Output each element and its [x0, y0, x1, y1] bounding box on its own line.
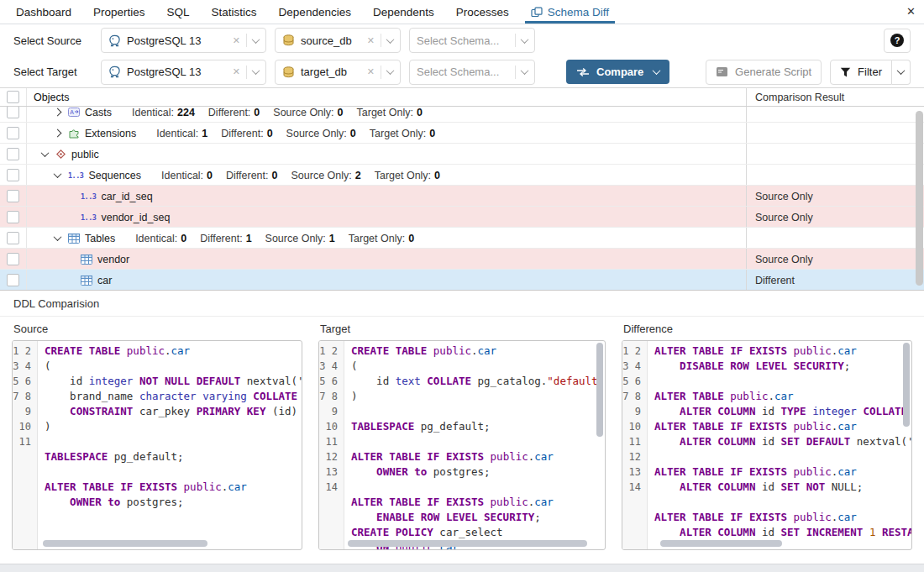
chevron-down-icon[interactable] — [54, 233, 62, 241]
help-icon: ? — [890, 34, 904, 47]
table-row-Extensions[interactable]: ExtensionsIdentical:1Different:0Source O… — [0, 123, 924, 144]
table-icon — [81, 276, 92, 286]
tab-dashboard[interactable]: Dashboard — [5, 0, 82, 24]
comparison-result-column-header[interactable]: Comparison Result — [746, 88, 913, 106]
tab-properties[interactable]: Properties — [82, 0, 156, 24]
source-schema-select[interactable]: Select Schema... — [409, 28, 535, 53]
object-label: public — [71, 149, 99, 160]
source-server-select[interactable]: PostgreSQL 13 ✕ — [101, 28, 266, 53]
table-row-Sequences[interactable]: 1..3SequencesIdentical:0Different:0Sourc… — [0, 165, 924, 186]
window-horizontal-scrollbar[interactable] — [0, 564, 924, 572]
tab-label: Properties — [93, 6, 145, 18]
database-icon — [282, 34, 295, 46]
horizontal-scrollbar-thumb[interactable] — [43, 540, 207, 547]
clear-icon[interactable]: ✕ — [367, 66, 375, 77]
chevron-down-icon[interactable] — [54, 170, 62, 178]
row-checkbox[interactable] — [7, 148, 19, 160]
close-icon[interactable]: ✕ — [906, 5, 916, 18]
target-database-select[interactable]: target_db ✕ — [275, 60, 401, 85]
tab-processes[interactable]: Processes — [445, 0, 520, 24]
target-database-value: target_db — [301, 66, 347, 78]
tab-dependencies[interactable]: Dependencies — [268, 0, 362, 24]
vertical-scrollbar-thumb[interactable] — [596, 343, 603, 437]
chevron-down-icon — [897, 66, 906, 75]
table-row-car[interactable]: carDifferent — [0, 270, 924, 290]
horizontal-scrollbar-thumb[interactable] — [660, 540, 782, 547]
chevron-down-icon[interactable] — [252, 35, 260, 44]
line-numbers: 1 2 3 4 5 6 7 8 9 10 11 12 13 14 — [622, 341, 648, 549]
row-checkbox[interactable] — [7, 169, 19, 181]
chevron-down-icon[interactable] — [521, 35, 529, 44]
panel-title: Source — [12, 317, 302, 340]
comparison-result-cell — [746, 165, 913, 186]
row-checkbox[interactable] — [7, 232, 19, 244]
select-all-checkbox[interactable] — [7, 91, 19, 103]
chevron-down-icon[interactable] — [521, 66, 529, 75]
clear-icon[interactable]: ✕ — [233, 35, 240, 46]
checkbox-cell — [0, 249, 27, 270]
row-checkbox[interactable] — [7, 107, 19, 118]
difference-code-editor[interactable]: 1 2 3 4 5 6 7 8 9 10 11 12 13 14 ALTER T… — [622, 340, 912, 550]
line-numbers: 1 2 3 4 5 6 7 8 9 10 11 — [13, 341, 38, 549]
comparison-grid: Objects Comparison Result ACastsIdentica… — [0, 87, 924, 290]
objects-column-header[interactable]: Objects — [27, 88, 746, 106]
table-row-vendor_id_seq[interactable]: 1..3vendor_id_seqSource Only — [0, 207, 924, 228]
count-identical: Identical:0 — [161, 170, 213, 181]
clear-icon[interactable]: ✕ — [367, 35, 375, 46]
table-row-Tables[interactable]: TablesIdentical:0Different:1Source Only:… — [0, 228, 924, 249]
divider — [246, 34, 247, 47]
tab-dependents[interactable]: Dependents — [362, 0, 445, 24]
select-target-label: Select Target — [13, 66, 101, 78]
tab-label: Dependents — [373, 6, 434, 18]
target-code-editor[interactable]: 1 2 3 4 5 6 7 8 9 10 11 12 13 14 CREATE … — [318, 340, 606, 550]
ddl-panel-difference: Difference1 2 3 4 5 6 7 8 9 10 11 12 13 … — [622, 317, 912, 550]
compare-button[interactable]: Compare — [566, 60, 669, 84]
tab-schema-diff[interactable]: Schema Diff — [520, 0, 620, 24]
source-code-editor[interactable]: 1 2 3 4 5 6 7 8 9 10 11 CREATE TABLE pub… — [12, 340, 302, 550]
object-counts: Identical:0Different:1Source Only:1Targe… — [135, 233, 414, 244]
chevron-right-icon[interactable] — [54, 129, 62, 138]
tab-sql[interactable]: SQL — [156, 0, 201, 24]
table-row-vendor[interactable]: vendorSource Only — [0, 249, 924, 270]
count-source_only: Source Only:0 — [286, 128, 356, 139]
row-checkbox[interactable] — [7, 253, 19, 265]
schema-icon — [55, 149, 66, 160]
table-row-car_id_seq[interactable]: 1..3car_id_seqSource Only — [0, 186, 924, 207]
count-identical: Identical:0 — [135, 233, 186, 244]
target-server-select[interactable]: PostgreSQL 13 ✕ — [101, 60, 266, 85]
tree-cell: vendor — [27, 249, 746, 270]
chevron-down-icon[interactable] — [386, 35, 395, 44]
horizontal-scrollbar-thumb[interactable] — [348, 540, 587, 547]
scrollbar-thumb[interactable] — [916, 111, 923, 286]
help-button[interactable]: ? — [884, 29, 911, 53]
object-label: vendor — [97, 254, 129, 265]
chevron-down-icon[interactable] — [386, 66, 395, 75]
row-checkbox[interactable] — [7, 190, 19, 202]
row-checkbox[interactable] — [7, 274, 19, 286]
clear-icon[interactable]: ✕ — [233, 66, 240, 77]
chevron-down-icon[interactable] — [653, 66, 661, 75]
generate-script-button[interactable]: Generate Script — [706, 60, 822, 85]
source-database-select[interactable]: source_db ✕ — [275, 28, 401, 53]
table-row-Casts[interactable]: ACastsIdentical:224Different:0Source Onl… — [0, 107, 924, 123]
row-checkbox[interactable] — [7, 127, 19, 139]
target-schema-select[interactable]: Select Schema... — [409, 60, 535, 85]
tab-bar: DashboardPropertiesSQLStatisticsDependen… — [0, 0, 924, 24]
object-counts: Identical:1Different:0Source Only:0Targe… — [156, 128, 435, 139]
tab-statistics[interactable]: Statistics — [201, 0, 268, 24]
filter-button[interactable]: Filter — [830, 60, 892, 85]
tree-cell: public — [27, 144, 746, 165]
object-label: car — [97, 275, 112, 286]
chevron-down-icon[interactable] — [252, 66, 260, 75]
row-checkbox[interactable] — [7, 211, 19, 223]
grid-vertical-scrollbar[interactable] — [916, 108, 923, 288]
filter-dropdown-button[interactable] — [892, 60, 911, 85]
divider — [246, 66, 247, 79]
ddl-panel-source: Source1 2 3 4 5 6 7 8 9 10 11 CREATE TAB… — [12, 317, 302, 550]
vertical-scrollbar-thumb[interactable] — [903, 343, 910, 427]
chevron-down-icon[interactable] — [41, 149, 50, 157]
source-schema-placeholder: Select Schema... — [417, 34, 499, 47]
count-target_only: Target Only:0 — [357, 107, 423, 118]
table-row-public[interactable]: public — [0, 144, 924, 165]
chevron-right-icon[interactable] — [54, 108, 62, 117]
